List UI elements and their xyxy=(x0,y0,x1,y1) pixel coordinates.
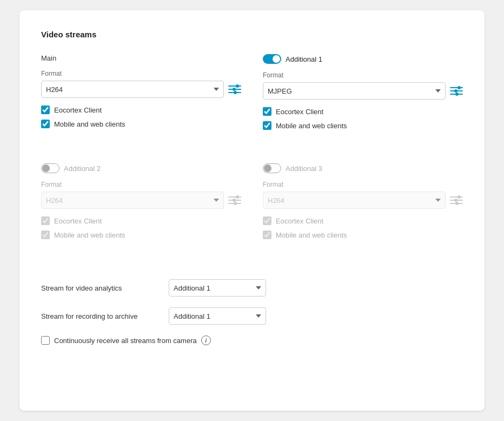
additional3-label: Additional 3 xyxy=(286,165,322,173)
archive-label: Stream for recording to archive xyxy=(41,312,160,320)
additional2-eocortex-row: Eocortex Client xyxy=(41,216,241,225)
additional1-toggle[interactable]: ✓ xyxy=(263,54,281,64)
toggle-knob xyxy=(273,55,280,63)
additional1-mobile-label: Mobile and web clients xyxy=(276,122,347,130)
additional3-eocortex-label: Eocortex Client xyxy=(276,217,323,225)
main-card: Video streams Main Format H264 MJPEG H26… xyxy=(19,10,485,411)
additional3-mobile-row: Mobile and web clients xyxy=(263,231,463,239)
additional2-toggle[interactable]: ✕ xyxy=(41,163,59,173)
archive-select[interactable]: Main Additional 1 Additional 2 Additiona… xyxy=(169,307,266,325)
additional1-sliders-icon[interactable] xyxy=(450,84,463,97)
additional1-format-select[interactable]: H264 MJPEG H265 xyxy=(263,82,446,100)
additional2-format-label: Format xyxy=(41,181,241,188)
additional1-format-label: Format xyxy=(263,71,463,79)
additional3-sliders-icon[interactable] xyxy=(450,194,463,207)
additional2-label: Additional 2 xyxy=(64,165,101,173)
additional1-format-group: Format H264 MJPEG H265 xyxy=(263,71,463,100)
additional1-toggle-row: ✓ Additional 1 xyxy=(263,54,463,64)
additional3-eocortex-checkbox[interactable] xyxy=(263,216,271,225)
main-mobile-row: Mobile and web clients xyxy=(41,120,241,128)
additional2-toggle-row: ✕ Additional 2 xyxy=(41,163,241,173)
additional2-mobile-checkbox[interactable] xyxy=(41,231,50,239)
additional3-format-label: Format xyxy=(263,181,463,188)
additional1-format-row: H264 MJPEG H265 xyxy=(263,82,463,100)
bottom-section: Stream for video analytics Main Addition… xyxy=(41,275,463,345)
additional3-format-group: Format H264 MJPEG H265 xyxy=(263,181,463,209)
toggle-knob-3 xyxy=(264,165,271,172)
spacer1 xyxy=(41,153,241,163)
main-eocortex-label: Eocortex Client xyxy=(54,106,102,114)
additional3-mobile-checkbox[interactable] xyxy=(263,231,271,239)
additional2-mobile-row: Mobile and web clients xyxy=(41,231,241,239)
main-sliders-icon[interactable] xyxy=(228,83,241,96)
analytics-row: Stream for video analytics Main Addition… xyxy=(41,279,463,297)
additional1-mobile-row: Mobile and web clients xyxy=(263,121,463,130)
additional3-mobile-label: Mobile and web clients xyxy=(276,231,347,239)
analytics-label: Stream for video analytics xyxy=(41,284,160,292)
main-format-row: H264 MJPEG H265 xyxy=(41,81,241,98)
additional1-eocortex-row: Eocortex Client xyxy=(263,107,463,116)
additional2-format-select[interactable]: H264 MJPEG H265 xyxy=(41,192,224,209)
additional2-mobile-label: Mobile and web clients xyxy=(54,231,125,239)
additional1-block: ✓ Additional 1 Format H264 MJPEG H265 xyxy=(263,54,463,135)
analytics-select[interactable]: Main Additional 1 Additional 2 Additiona… xyxy=(169,279,266,297)
archive-row: Stream for recording to archive Main Add… xyxy=(41,307,463,325)
additional3-toggle-row: ✕ Additional 3 xyxy=(263,163,463,173)
spacer2 xyxy=(263,153,463,163)
main-stream-block: Main Format H264 MJPEG H265 xyxy=(41,54,241,135)
additional1-mobile-checkbox[interactable] xyxy=(263,121,271,130)
additional3-eocortex-row: Eocortex Client xyxy=(263,216,463,225)
toggle-knob-2 xyxy=(42,165,50,172)
additional2-eocortex-checkbox[interactable] xyxy=(41,216,50,225)
section-title: Video streams xyxy=(41,30,463,39)
additional1-label: Additional 1 xyxy=(286,55,322,63)
streams-grid: Main Format H264 MJPEG H265 xyxy=(41,54,463,262)
main-eocortex-checkbox[interactable] xyxy=(41,106,50,114)
main-mobile-label: Mobile and web clients xyxy=(54,120,125,128)
additional3-format-row: H264 MJPEG H265 xyxy=(263,192,463,209)
additional2-eocortex-label: Eocortex Client xyxy=(54,217,102,225)
additional3-block: ✕ Additional 3 Format H264 MJPEG H265 xyxy=(263,163,463,245)
info-icon[interactable]: i xyxy=(201,336,211,345)
additional2-sliders-icon[interactable] xyxy=(228,194,241,207)
additional2-format-group: Format H264 MJPEG H265 xyxy=(41,181,241,209)
main-format-select[interactable]: H264 MJPEG H265 xyxy=(41,81,224,98)
additional3-toggle[interactable]: ✕ xyxy=(263,163,281,173)
additional2-block: ✕ Additional 2 Format H264 MJPEG H265 xyxy=(41,163,241,245)
main-stream-label: Main xyxy=(41,54,241,62)
continuous-label: Continuously receive all streams from ca… xyxy=(54,337,197,345)
additional1-eocortex-label: Eocortex Client xyxy=(276,108,323,116)
continuous-row: Continuously receive all streams from ca… xyxy=(41,336,463,345)
additional2-format-row: H264 MJPEG H265 xyxy=(41,192,241,209)
main-format-group: Format H264 MJPEG H265 xyxy=(41,70,241,98)
additional3-format-select[interactable]: H264 MJPEG H265 xyxy=(263,192,446,209)
additional1-eocortex-checkbox[interactable] xyxy=(263,107,271,116)
main-mobile-checkbox[interactable] xyxy=(41,120,50,128)
main-eocortex-row: Eocortex Client xyxy=(41,106,241,114)
continuous-checkbox[interactable] xyxy=(41,336,50,345)
main-format-label: Format xyxy=(41,70,241,77)
